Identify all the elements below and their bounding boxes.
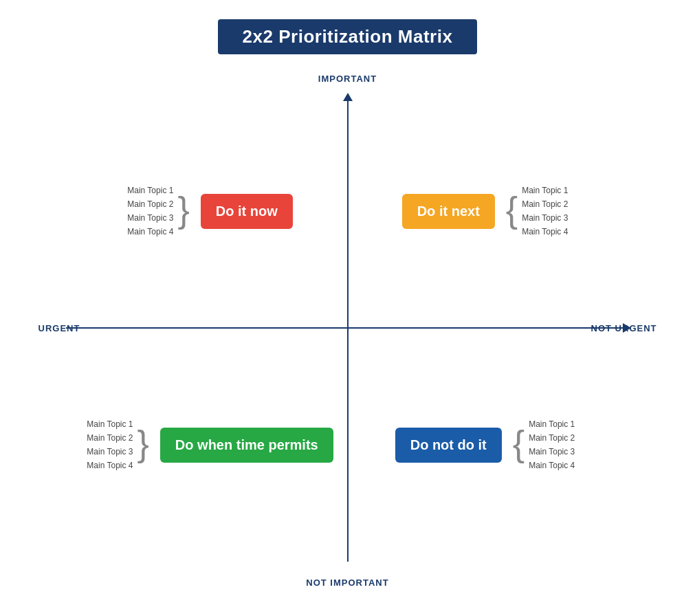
topic-group-br: { Main Topic 1Main Topic 2Main Topic 3Ma… (513, 418, 575, 472)
bracket-tl: } (177, 192, 189, 228)
topic-item: Main Topic 2 (529, 432, 575, 444)
label-important: IMPORTANT (318, 74, 377, 84)
action-btn-do-it-next: Do it next (402, 194, 495, 229)
topic-group-tr: { Main Topic 1Main Topic 2Main Topic 3Ma… (506, 184, 569, 238)
topic-item: Main Topic 4 (529, 459, 575, 472)
topic-item: Main Topic 1 (522, 184, 568, 197)
topic-group-bl: Main Topic 1Main Topic 2Main Topic 3Main… (87, 418, 149, 472)
action-btn-do-not-do-it: Do not do it (395, 428, 502, 463)
label-not-important: NOT IMPORTANT (306, 578, 388, 588)
topic-item: Main Topic 3 (522, 212, 568, 224)
topic-item: Main Topic 2 (522, 198, 568, 210)
topic-item: Main Topic 1 (87, 418, 133, 430)
topic-item: Main Topic 3 (127, 212, 173, 224)
topic-item: Main Topic 2 (87, 432, 133, 444)
bracket-bl: } (137, 426, 148, 461)
topic-group-tl: Main Topic 1Main Topic 2Main Topic 3Main… (127, 184, 190, 238)
topic-item: Main Topic 3 (529, 446, 575, 458)
topic-item: Main Topic 4 (522, 226, 568, 238)
topic-item: Main Topic 3 (87, 446, 133, 458)
quadrant-top-right: { Main Topic 1Main Topic 2Main Topic 3Ma… (348, 101, 623, 321)
bracket-tr: { (506, 192, 518, 228)
quadrant-bottom-right: { Main Topic 1Main Topic 2Main Topic 3Ma… (348, 335, 623, 555)
topic-item: Main Topic 2 (127, 198, 173, 210)
quadrant-top-left: Main Topic 1Main Topic 2Main Topic 3Main… (73, 101, 348, 321)
topic-item: Main Topic 4 (127, 226, 173, 238)
action-btn-do-when-time-permits: Do when time permits (160, 428, 333, 463)
topic-item: Main Topic 1 (127, 184, 173, 197)
topic-item: Main Topic 4 (87, 459, 133, 472)
quadrant-bottom-left: Main Topic 1Main Topic 2Main Topic 3Main… (73, 335, 348, 555)
action-btn-do-it-now: Do it now (201, 194, 293, 229)
matrix-container: IMPORTANT NOT IMPORTANT URGENT NOT URGEN… (38, 67, 657, 589)
arrow-up-icon (343, 93, 353, 101)
bracket-br: { (513, 426, 525, 461)
page-title: 2x2 Prioritization Matrix (218, 19, 478, 54)
arrow-right-icon (623, 323, 631, 333)
topic-item: Main Topic 1 (529, 418, 575, 430)
